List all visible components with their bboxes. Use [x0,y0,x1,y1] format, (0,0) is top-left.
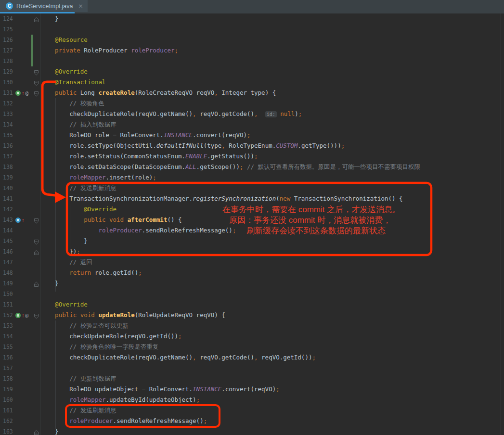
code-token: id: [265,111,277,117]
code-text[interactable]: private RoleProducer roleProducer; [0,45,178,56]
code-text[interactable]: @Resource [0,35,88,45]
code-token: ; [174,47,178,54]
code-token: return [40,269,91,276]
gutter-separator [40,13,40,435]
code-line: 149 } [0,278,504,289]
code-text[interactable]: @Override [0,66,88,77]
code-line: 136 role.setType(ObjectUtil.defaultIfNul… [0,141,504,151]
code-token: checkDuplicateRole(reqVO.getName() [40,110,193,117]
code-text[interactable]: roleProducer.sendRoleRefreshMessage(); [0,225,236,236]
code-text[interactable]: } [0,13,59,24]
code-text[interactable]: // 返回 [0,257,92,268]
code-text[interactable]: // 发送刷新消息 [0,405,116,416]
code-text[interactable]: return role.getId(); [0,268,142,278]
code-text[interactable]: role.setType(ObjectUtil.defaultIfNull(ty… [0,141,345,151]
code-text[interactable]: // 发送刷新消息 [0,183,116,193]
code-token: , [193,354,196,361]
code-token: // 插入到数据库 [40,121,116,128]
code-token: .updateById(updateObject) [105,396,196,403]
code-token: RoleProducer [80,47,131,54]
code-token: ; [204,417,207,424]
code-line: 147 // 返回 [0,257,504,268]
code-line: 146 }); [0,246,504,257]
code-text[interactable]: // 校验角色 [0,98,104,109]
code-token: reqVO.getCode() [196,354,254,361]
code-text[interactable]: // 校验是否可以更新 [0,320,129,331]
code-line: 162 roleProducer.sendRoleRefreshMessage(… [0,416,504,426]
editor-tab-bar: C RoleServiceImpl.java ✕ [0,0,504,13]
code-text[interactable]: } [0,236,88,246]
code-token: Long [77,89,98,96]
code-token: ; [298,110,302,117]
vertical-scrollbar[interactable] [501,13,504,435]
code-text[interactable]: // 校验角色的唯一字段是否重复 [0,342,158,352]
code-token: checkUpdateRole(reqVO.getId()) [40,333,178,340]
code-token: , [193,110,196,117]
code-token: () { [167,216,181,223]
code-text[interactable]: @Transactional [0,77,105,88]
code-token: .sendRoleRefreshMessage() [142,227,233,234]
code-line: 145 } [0,236,504,246]
code-token: TransactionSynchronization() { [290,195,402,202]
code-text[interactable]: } [0,426,59,435]
code-line: 134 // 插入到数据库 [0,119,504,130]
code-token: ENABLE [185,153,207,160]
code-text[interactable]: RoleDO updateObject = RoleConvert.INSTAN… [0,384,280,395]
code-text[interactable]: checkDuplicateRole(reqVO.getName(), reqV… [0,352,316,363]
code-line: 163 } [0,426,504,435]
code-text[interactable]: checkUpdateRole(reqVO.getId()); [0,331,182,342]
code-token: ; [276,385,280,393]
code-line: 148 return role.getId(); [0,268,504,278]
code-token: (type [204,142,222,149]
code-text[interactable]: roleMapper.updateById(updateObject); [0,395,200,405]
code-token: // 返回 [40,258,92,266]
code-text[interactable]: // 插入到数据库 [0,119,116,130]
code-line: 127 private RoleProducer roleProducer; [0,45,504,56]
code-token: roleProducer [131,47,174,54]
code-line: 137 role.setStatus(CommonStatusEnum.ENAB… [0,151,504,162]
code-token: , [254,354,258,361]
code-text[interactable]: TransactionSynchronizationManager.regist… [0,193,403,204]
code-token: @Resource [40,36,88,43]
code-token [258,110,265,117]
code-text[interactable]: role.setDataScope(DataScopeEnum.ALL.getS… [0,162,420,172]
code-token: @Override [40,68,88,75]
code-token: .convert(reqVO) [221,385,276,393]
close-icon[interactable]: ✕ [78,3,83,10]
code-token: ; [312,354,316,361]
code-line: 151 @Override [0,299,504,310]
code-text[interactable]: @Override [0,299,88,310]
code-text[interactable]: roleMapper.insert(role); [0,172,156,183]
code-token: @Transactional [40,78,105,86]
tab-roleserviceimpl-java[interactable]: C RoleServiceImpl.java ✕ [0,0,88,12]
code-text[interactable]: role.setStatus(CommonStatusEnum.ENABLE.g… [0,151,258,162]
code-text[interactable]: public Long createRole(RoleCreateReqVO r… [0,88,276,98]
code-text[interactable]: } [0,278,59,289]
code-token: roleProducer [98,227,142,234]
code-token: .getScope()) [196,163,240,170]
code-line: 128 [0,56,504,66]
line-number[interactable]: 128 [3,56,22,66]
line-number[interactable]: 157 [3,363,22,373]
code-token: } [40,428,59,435]
code-line: 161 // 发送刷新消息 [0,405,504,416]
code-token: ( [276,195,280,202]
code-line: 140 // 发送刷新消息 [0,183,504,193]
code-token: public void [40,311,95,319]
code-text[interactable]: // 更新到数据库 [0,373,116,384]
code-token: .getStatus()) [207,153,254,160]
code-token: .insert(role) [105,174,153,181]
code-text[interactable]: @Override [0,204,116,215]
code-token: private [40,47,80,54]
code-text[interactable]: RoleDO role = RoleConvert.INSTANCE.conve… [0,130,251,141]
code-text[interactable]: checkDuplicateRole(reqVO.getName(), reqV… [0,109,302,120]
code-editor[interactable]: 124 }125126 @Resource127 private RolePro… [0,13,504,435]
code-line: 155 // 校验角色的唯一字段是否重复 [0,342,504,352]
code-text[interactable]: roleProducer.sendRoleRefreshMessage(); [0,416,207,426]
code-token: registerSynchronization [193,195,276,202]
line-number[interactable]: 125 [3,24,22,35]
code-line: 124 } [0,13,504,24]
code-text[interactable]: public void updateRole(RoleUpdateReqVO r… [0,310,225,320]
line-number[interactable]: 150 [3,289,22,299]
code-text[interactable]: public void afterCommit() { [0,215,182,225]
